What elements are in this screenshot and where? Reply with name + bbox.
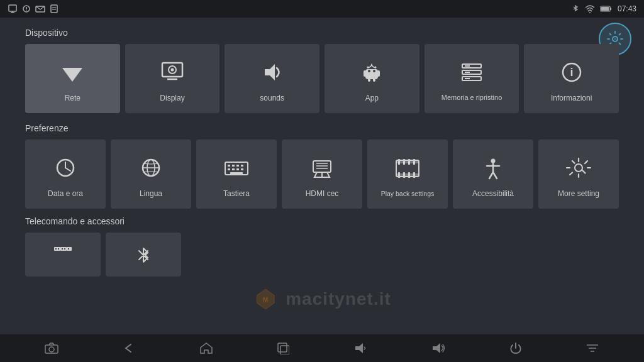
tile-accessibilita[interactable]: Accessibilità [453, 140, 533, 209]
tile-memoria[interactable]: Memoria e ripristino [425, 44, 519, 113]
tile-playback[interactable]: Play back settings [367, 140, 448, 209]
film-icon [392, 153, 423, 184]
notification-icon-2 [21, 4, 31, 14]
wifi-status-icon [585, 4, 595, 13]
tile-hdmi-label: HDMI cec [306, 189, 339, 198]
dispositivo-section: Dispositivo Rete [25, 28, 619, 113]
svg-rect-78 [58, 248, 59, 250]
tile-data-ora[interactable]: Data e ora [25, 140, 106, 209]
tile-app-label: App [365, 94, 379, 102]
nav-volume-down-button[interactable] [350, 339, 371, 358]
svg-marker-20 [265, 64, 275, 80]
clock-icon [50, 153, 80, 183]
tile-memoria-label: Memoria e ripristino [441, 94, 502, 102]
svg-marker-90 [355, 343, 363, 353]
svg-point-75 [575, 164, 582, 172]
svg-rect-27 [377, 70, 380, 77]
tile-data-ora-label: Data e ora [48, 189, 83, 198]
display-icon [157, 57, 187, 87]
tile-display-label: Display [160, 94, 184, 102]
camera-icon [45, 343, 58, 354]
telecomando-tiles [25, 233, 619, 277]
svg-rect-54 [313, 161, 331, 172]
svg-rect-51 [236, 168, 239, 170]
svg-rect-7 [51, 5, 57, 13]
svg-line-40 [65, 168, 70, 171]
tile-more-setting[interactable]: More setting [538, 140, 619, 209]
hdmi-icon [307, 153, 337, 183]
memoria-icon [457, 57, 487, 87]
svg-rect-62 [398, 159, 400, 165]
svg-rect-45 [228, 165, 230, 167]
svg-rect-12 [610, 8, 611, 10]
svg-point-87 [49, 347, 54, 352]
svg-rect-13 [601, 7, 609, 11]
tile-lingua-label: Lingua [140, 189, 162, 198]
rete-icon [57, 57, 87, 87]
notification-icon-1 [8, 4, 18, 14]
notification-icon-3 [35, 4, 45, 14]
svg-rect-31 [465, 65, 470, 67]
svg-line-73 [489, 172, 493, 178]
svg-rect-69 [413, 172, 415, 178]
svg-point-25 [375, 66, 377, 68]
tile-remote[interactable] [25, 233, 101, 277]
tile-accessibilita-label: Accessibilità [472, 189, 514, 198]
gear-large-icon [564, 153, 594, 183]
bluetooth-acc-icon [134, 246, 153, 265]
recent-icon [277, 342, 289, 354]
svg-point-10 [589, 12, 591, 13]
svg-rect-53 [230, 172, 243, 174]
tile-more-setting-label: More setting [558, 189, 599, 198]
tile-bluetooth-acc[interactable] [106, 233, 181, 277]
svg-rect-63 [403, 159, 405, 165]
svg-rect-68 [408, 172, 410, 178]
svg-rect-64 [408, 159, 410, 165]
nav-power-button[interactable] [506, 338, 526, 358]
tile-rete[interactable]: Rete [25, 44, 120, 113]
tile-playback-label: Play back settings [381, 190, 435, 198]
nav-camera-button[interactable] [41, 339, 62, 358]
tile-app[interactable]: App [325, 44, 419, 113]
svg-rect-29 [373, 78, 375, 82]
svg-point-5 [26, 9, 27, 11]
keyboard-icon [221, 153, 252, 183]
tile-informazioni[interactable]: i Informazioni [524, 44, 619, 113]
nav-settings2-button[interactable] [582, 339, 603, 358]
svg-point-18 [171, 68, 174, 71]
svg-rect-46 [232, 165, 235, 167]
svg-rect-47 [236, 165, 239, 167]
svg-rect-67 [403, 172, 405, 178]
tile-rete-label: Rete [65, 94, 80, 102]
preferenze-label: Preferenze [25, 123, 619, 133]
svg-rect-26 [364, 70, 366, 77]
status-icons-right: 07:43 [571, 4, 636, 13]
remote-icon [52, 246, 74, 265]
svg-rect-81 [64, 248, 65, 250]
svg-rect-52 [241, 168, 243, 170]
svg-marker-91 [433, 343, 440, 353]
language-icon [136, 153, 166, 183]
tile-display[interactable]: Display [125, 44, 220, 113]
svg-point-70 [491, 158, 496, 163]
nav-recent-button[interactable] [273, 338, 293, 358]
tile-sounds[interactable]: sounds [225, 44, 319, 113]
status-bar: 07:43 [0, 0, 644, 18]
nav-volume-up-button[interactable] [427, 339, 450, 358]
main-content: Dispositivo Rete [0, 18, 644, 334]
svg-rect-48 [241, 165, 243, 167]
nav-home-button[interactable] [196, 338, 217, 358]
filter-icon [586, 343, 599, 354]
informazioni-icon: i [557, 57, 587, 87]
svg-rect-76 [54, 247, 60, 251]
tile-tastiera[interactable]: Tastiera [196, 140, 277, 209]
svg-rect-66 [398, 172, 400, 178]
svg-point-23 [373, 70, 375, 72]
tile-hdmi[interactable]: HDMI cec [282, 140, 362, 209]
svg-rect-83 [68, 248, 69, 250]
svg-rect-88 [278, 343, 287, 352]
power-icon [509, 342, 522, 354]
svg-rect-89 [280, 346, 289, 354]
nav-back-button[interactable] [118, 339, 140, 358]
tile-lingua[interactable]: Lingua [111, 140, 191, 209]
